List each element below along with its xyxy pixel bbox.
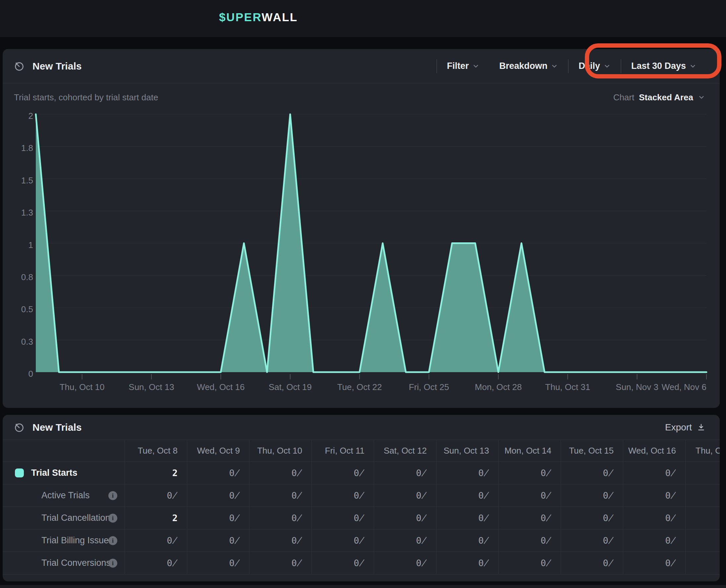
value-cell: 0̸	[187, 462, 249, 484]
breakdown-dropdown[interactable]: Breakdown	[489, 61, 568, 71]
info-icon[interactable]: i	[108, 491, 117, 500]
value-cell: 0̸	[249, 484, 312, 507]
info-icon[interactable]: i	[108, 536, 117, 545]
chevron-down-icon	[698, 94, 705, 101]
value-cell: 0̸	[249, 529, 312, 551]
x-axis-tick-label: Fri, Oct 25	[409, 381, 449, 393]
cell-value: 0̸	[291, 490, 302, 501]
filter-label: Filter	[447, 61, 469, 71]
y-axis-tick-label: 1.5	[10, 175, 33, 186]
column-header-label: Tue, Oct 15	[569, 446, 614, 456]
value-cell: 0̸	[374, 484, 437, 507]
value-cell: 0̸	[499, 484, 561, 507]
value-cell: 0̸	[437, 462, 499, 484]
value-cell: 0̸	[249, 462, 312, 484]
cell-value: 0̸	[416, 536, 427, 546]
value-cell: 0̸	[437, 484, 499, 507]
value-cell: 0̸	[561, 529, 623, 551]
cell-value: 0̸	[603, 536, 614, 546]
column-header-10: Thu, Oct 17	[686, 440, 720, 462]
cell-value: 0̸	[229, 468, 240, 478]
cell-value: 0̸	[665, 536, 676, 546]
x-axis-tick-label: Wed, Oct 16	[197, 381, 244, 393]
value-cell: 0̸	[623, 507, 686, 529]
column-header-8: Tue, Oct 15	[561, 440, 623, 462]
x-axis-tick-label: Sat, Oct 19	[269, 381, 312, 393]
info-icon[interactable]: i	[108, 513, 117, 522]
table-row-trial-billing-issues: Trial Billing Issuesi0̸0̸0̸0̸0̸0̸0̸0̸0̸	[3, 529, 720, 552]
top-nav-bar: $UPERWALL	[0, 0, 726, 37]
value-cell: 0̸	[437, 507, 499, 529]
logo-primary: $UPER	[219, 10, 262, 23]
y-axis-tick-label: 1.8	[10, 143, 33, 153]
value-cell: 0̸	[437, 552, 499, 574]
value-cell: 0̸	[623, 529, 686, 551]
cell-value: 0̸	[541, 490, 551, 501]
cell-value: 0̸	[603, 558, 614, 568]
cell-value: 0̸	[478, 490, 489, 501]
row-label-cell: Trial Cancellationsi	[3, 507, 125, 529]
value-cell: 0̸	[374, 552, 437, 574]
value-cell: 0̸	[125, 552, 187, 574]
value-cell: 2	[125, 462, 187, 484]
cell-value: 0̸	[416, 558, 427, 568]
row-label: Active Trials	[15, 490, 90, 501]
column-header-label: Wed, Oct 9	[197, 446, 240, 456]
info-icon[interactable]: i	[108, 559, 117, 567]
value-cell: 0̸	[125, 529, 187, 551]
cell-value: 0̸	[354, 490, 364, 501]
export-button[interactable]: Export	[665, 422, 706, 433]
column-header-label: Thu, Oct 17	[695, 446, 720, 456]
column-header-4: Fri, Oct 11	[312, 440, 374, 462]
chart-type-dropdown[interactable]: Chart Stacked Area	[613, 92, 705, 103]
column-header-label: Mon, Oct 14	[504, 446, 551, 456]
horizontal-scrollbar-track[interactable]	[0, 585, 726, 588]
value-cell: 0̸	[374, 462, 437, 484]
cell-value: 0̸	[229, 536, 240, 546]
value-cell: 0̸	[499, 462, 561, 484]
column-header-2: Wed, Oct 9	[187, 440, 249, 462]
column-header-7: Mon, Oct 14	[499, 440, 561, 462]
column-header-1: Tue, Oct 8	[125, 440, 187, 462]
granularity-dropdown[interactable]: Daily	[569, 61, 621, 71]
y-axis-tick-label: 0.8	[10, 272, 33, 282]
value-cell: 0̸	[187, 552, 249, 574]
chart-type-label: Chart	[613, 92, 634, 103]
value-cell: 0̸	[249, 507, 312, 529]
value-cell: 0̸	[125, 484, 187, 507]
x-axis-tick-label: Sun, Nov 3	[616, 381, 659, 393]
value-cell-clipped	[686, 484, 720, 507]
x-axis-tick-label: Thu, Oct 31	[545, 381, 590, 393]
cell-value: 0̸	[167, 490, 178, 501]
value-cell-clipped	[686, 507, 720, 529]
cell-value: 0̸	[478, 558, 489, 568]
cell-value: 0̸	[665, 468, 676, 478]
cell-value: 0̸	[541, 468, 551, 478]
filter-dropdown[interactable]: Filter	[437, 61, 489, 71]
new-trials-table-panel: New Trials Export Tue, Oct 8Wed, Oct 9Th…	[3, 415, 720, 581]
table-row-active-trials: Active Trialsi0̸0̸0̸0̸0̸0̸0̸0̸0̸	[3, 484, 720, 507]
cell-value: 0̸	[603, 513, 614, 523]
row-label: Trial Cancellations	[15, 513, 115, 523]
series-color-swatch	[15, 468, 24, 478]
cell-value: 0̸	[229, 513, 240, 523]
value-cell-clipped	[686, 529, 720, 551]
chart-controls: Filter Breakdown Daily Last 30 Days	[437, 59, 706, 73]
cell-value: 0̸	[665, 558, 676, 568]
value-cell: 0̸	[312, 552, 374, 574]
table-row-trial-conversions: Trial Conversionsi0̸0̸0̸0̸0̸0̸0̸0̸0̸	[3, 552, 720, 574]
x-axis-tick-label: Tue, Oct 22	[337, 381, 382, 393]
trials-area-chart[interactable]	[33, 112, 709, 381]
chevron-down-icon	[472, 63, 480, 70]
date-range-dropdown[interactable]: Last 30 Days	[621, 61, 706, 71]
cell-value: 0̸	[354, 513, 364, 523]
value-cell: 0̸	[561, 462, 623, 484]
cell-value: 0̸	[416, 468, 427, 478]
cell-value: 0̸	[291, 558, 302, 568]
cell-value: 0̸	[665, 513, 676, 523]
cell-value: 0̸	[229, 490, 240, 501]
chart-type-value: Stacked Area	[639, 92, 693, 103]
trials-table: Tue, Oct 8Wed, Oct 9Thu, Oct 10Fri, Oct …	[3, 440, 720, 574]
y-axis-tick-label: 0	[10, 369, 33, 379]
cell-value: 0̸	[167, 536, 178, 546]
